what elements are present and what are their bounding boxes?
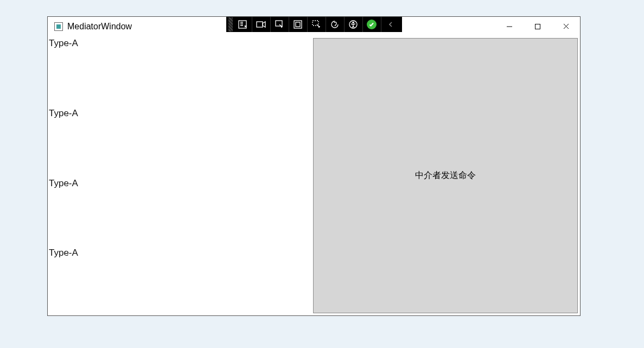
window-title: MediatorWindow <box>67 22 132 31</box>
track-focus-icon[interactable] <box>308 17 326 32</box>
layout-bounds-icon[interactable] <box>289 17 308 32</box>
svg-rect-3 <box>294 21 302 28</box>
svg-rect-8 <box>535 24 540 29</box>
send-command-label: 中介者发送命令 <box>415 170 476 181</box>
list-item-label: Type-A <box>49 248 78 258</box>
visual-tree-icon[interactable] <box>234 17 252 32</box>
svg-rect-4 <box>296 22 300 27</box>
hot-reload-icon[interactable] <box>326 17 345 32</box>
client-area: Type-A Type-A Type-A Type-A 中介者发送命令 <box>48 36 580 315</box>
list-item-label: Type-A <box>49 108 78 119</box>
minimize-button[interactable] <box>495 17 524 36</box>
status-ok-icon[interactable] <box>363 17 381 32</box>
list-item-label: Type-A <box>49 38 78 49</box>
select-element-icon[interactable] <box>271 17 289 32</box>
list-item: Type-A <box>48 36 313 106</box>
list-item: Type-A <box>48 245 313 315</box>
camera-icon[interactable] <box>252 17 271 32</box>
app-icon <box>54 22 63 31</box>
left-pane: Type-A Type-A Type-A Type-A <box>48 36 313 315</box>
send-command-button[interactable]: 中介者发送命令 <box>313 38 578 313</box>
accessibility-icon[interactable] <box>345 17 363 32</box>
toolbar-grip[interactable] <box>228 17 233 31</box>
debug-toolbar <box>226 17 402 32</box>
svg-point-7 <box>353 22 354 23</box>
titlebar: MediatorWindow <box>48 17 580 36</box>
svg-rect-2 <box>276 21 282 26</box>
list-item: Type-A <box>48 176 313 246</box>
window-controls <box>495 17 580 36</box>
list-item: Type-A <box>48 106 313 176</box>
collapse-toolbar-icon[interactable] <box>381 17 400 32</box>
app-window: MediatorWindow <box>47 16 581 316</box>
close-button[interactable] <box>552 17 580 36</box>
maximize-button[interactable] <box>524 17 552 36</box>
list-item-label: Type-A <box>49 178 78 189</box>
svg-rect-1 <box>257 22 263 27</box>
